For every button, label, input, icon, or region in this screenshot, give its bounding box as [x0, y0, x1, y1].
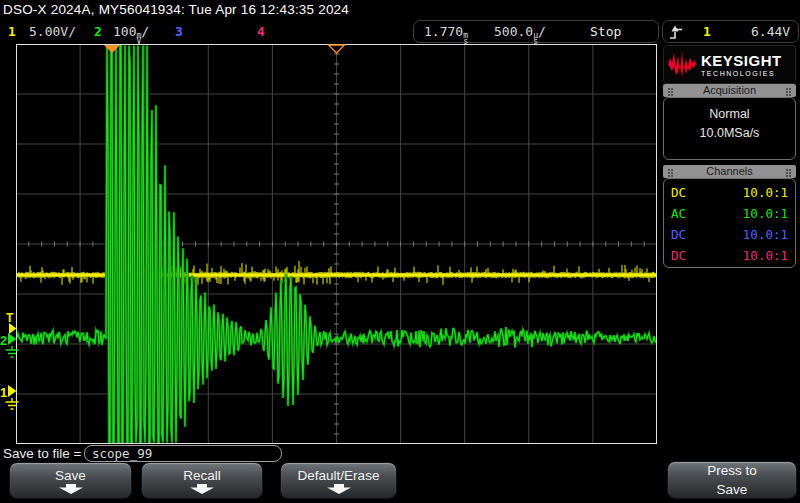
channel-3-row: DC 10.0:1	[664, 224, 795, 245]
grip-dots-icon	[668, 88, 670, 90]
menu-down-arrow-icon	[58, 484, 84, 494]
right-panel: KEYSIGHT TECHNOLOGIES Acquisition Normal…	[661, 44, 798, 444]
brand-name: KEYSIGHT	[701, 53, 782, 68]
ch2-zero-label: 2	[0, 333, 7, 348]
channel-4-row: DC 10.0:1	[664, 245, 795, 266]
default-erase-softkey[interactable]: Default/Erase	[280, 462, 397, 499]
channel-2-badge[interactable]: 2	[94, 24, 102, 39]
ms-unit: ms	[463, 33, 468, 44]
brand-logo-box: KEYSIGHT TECHNOLOGIES	[663, 45, 796, 84]
title-bar: DSO-X 2024A, MY56041934: Tue Apr 16 12:4…	[0, 0, 800, 20]
channel-3-coupling: DC	[671, 224, 686, 245]
press-to-save-softkey[interactable]: Press to Save	[667, 461, 797, 499]
channel-1-badge[interactable]: 1	[8, 24, 16, 39]
channel-2-scale-suffix: /	[141, 24, 149, 39]
channels-header[interactable]: Channels	[663, 165, 796, 178]
ch1-zero-label: 1	[0, 385, 7, 400]
time-reference-marker[interactable]	[329, 45, 345, 53]
channel-2-row: AC 10.0:1	[664, 203, 795, 224]
save-softkey-label: Save	[55, 468, 86, 483]
menu-down-arrow-icon	[189, 484, 215, 494]
menu-down-arrow-icon	[326, 484, 352, 494]
acquisition-box: Normal 10.0MSa/s	[663, 97, 796, 160]
channel-4-probe: 10.0:1	[743, 245, 788, 266]
channel-1-coupling: DC	[671, 182, 686, 203]
delay-readout: 1.770ms	[424, 24, 468, 42]
settings-bar: 1 5.00V/ 2 100mV/ 3 4 1.770ms 500.0µs/ S…	[0, 20, 800, 44]
channel-4-badge[interactable]: 4	[257, 24, 265, 39]
save-to-file-label: Save to file =	[3, 446, 81, 461]
trigger-source: 1	[703, 24, 711, 39]
channel-1-row: DC 10.0:1	[664, 182, 795, 203]
grip-dots-icon	[668, 169, 670, 171]
run-state[interactable]: Stop	[590, 24, 621, 39]
ch1-zero-marker[interactable]	[8, 385, 17, 397]
grip-dots-icon	[786, 169, 788, 171]
channel-2-scale-value: 100	[113, 24, 136, 39]
rising-edge-icon	[669, 25, 683, 43]
brand-sub: TECHNOLOGIES	[701, 70, 782, 77]
recall-softkey[interactable]: Recall	[141, 462, 263, 499]
recall-softkey-label: Recall	[183, 468, 221, 483]
ch2-zero-marker[interactable]	[8, 333, 17, 345]
us-unit: µs	[533, 33, 538, 44]
channel-3-probe: 10.0:1	[743, 224, 788, 245]
channel-3-badge[interactable]: 3	[175, 24, 183, 39]
sample-rate: 10.0MSa/s	[664, 126, 795, 140]
default-erase-softkey-label: Default/Erase	[298, 468, 380, 483]
press-to-save-line2: Save	[717, 481, 748, 499]
mv-unit: mV	[136, 33, 141, 44]
grip-dots-icon	[786, 88, 788, 90]
channel-1-probe: 10.0:1	[743, 182, 788, 203]
channel-4-coupling: DC	[671, 245, 686, 266]
acquisition-header-label: Acquisition	[703, 84, 756, 96]
press-to-save-line1: Press to	[707, 462, 757, 480]
brand-text: KEYSIGHT TECHNOLOGIES	[701, 53, 782, 77]
trigger-level: 6.44V	[751, 24, 790, 39]
channels-header-label: Channels	[706, 165, 752, 177]
channel-2-coupling: AC	[671, 203, 686, 224]
channel-2-probe: 10.0:1	[743, 203, 788, 224]
filename-field[interactable]: scope_99	[84, 445, 282, 462]
channels-box: DC 10.0:1 AC 10.0:1 DC 10.0:1 DC 10.0:1	[663, 178, 796, 268]
keysight-waveform-icon	[667, 51, 697, 78]
trigger-level-label: T	[6, 311, 14, 325]
channel-1-scale[interactable]: 5.00V/	[29, 24, 76, 39]
acquisition-mode: Normal	[664, 107, 795, 121]
scope-display: T21	[0, 44, 658, 444]
channel-2-scale[interactable]: 100mV/	[113, 24, 149, 42]
softkey-bar: Save to file = scope_99 Save Recall Defa…	[0, 444, 800, 503]
save-softkey[interactable]: Save	[9, 462, 132, 499]
acquisition-header[interactable]: Acquisition	[663, 84, 796, 97]
timebase-readout: 500.0µs/	[494, 24, 546, 42]
